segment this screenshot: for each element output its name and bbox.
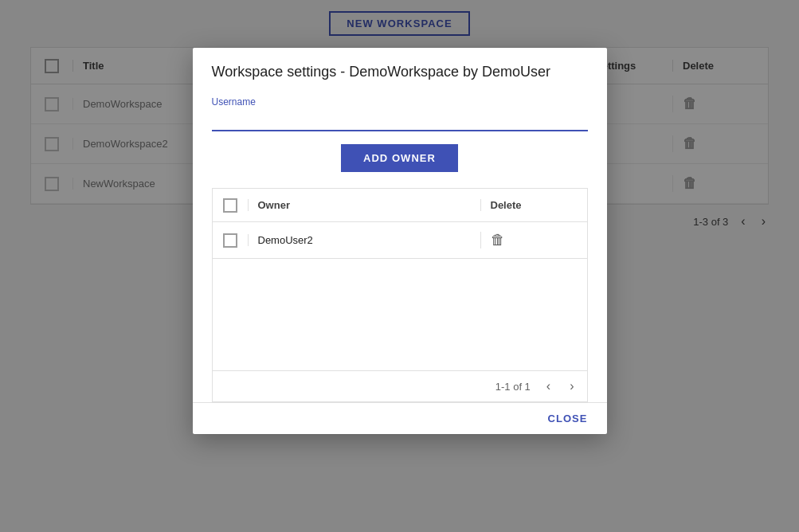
modal-footer: CLOSE: [193, 402, 607, 434]
modal-title: Workspace settings - DemoWorkspace by De…: [193, 48, 607, 93]
owners-row-owner: DemoUser2: [248, 234, 480, 246]
owners-header-delete: Delete: [480, 199, 576, 211]
modal-overlay: Workspace settings - DemoWorkspace by De…: [0, 0, 799, 532]
workspace-settings-modal: Workspace settings - DemoWorkspace by De…: [193, 48, 607, 434]
owners-row-checkbox[interactable]: [223, 233, 237, 248]
owners-header-owner: Owner: [248, 199, 480, 211]
owners-row-checkbox-cell: [213, 233, 248, 248]
owners-table: Owner Delete DemoUser2 🗑: [212, 188, 588, 402]
add-owner-button[interactable]: ADD OWNER: [341, 144, 458, 172]
owners-table-empty-space: [213, 259, 587, 370]
page-background: NEW WORKSPACE Title Last Update Settings…: [0, 0, 799, 532]
owners-table-row: DemoUser2 🗑: [213, 222, 587, 259]
owners-row-delete-cell: 🗑: [480, 232, 576, 248]
owners-header-checkbox-cell: [213, 198, 248, 213]
owners-table-header: Owner Delete: [213, 189, 587, 222]
modal-body: Username ADD OWNER Owner Delete: [193, 93, 607, 402]
owners-pagination-prev[interactable]: ‹: [543, 377, 554, 395]
owner-delete-icon[interactable]: 🗑: [491, 232, 505, 248]
owners-pagination-next[interactable]: ›: [566, 377, 577, 395]
username-input[interactable]: [212, 111, 588, 131]
owners-table-pagination: 1-1 of 1 ‹ ›: [213, 370, 587, 401]
owners-pagination-info: 1-1 of 1: [495, 381, 531, 393]
username-label: Username: [212, 96, 588, 108]
owners-header-checkbox[interactable]: [223, 198, 237, 213]
close-button[interactable]: CLOSE: [548, 413, 588, 424]
